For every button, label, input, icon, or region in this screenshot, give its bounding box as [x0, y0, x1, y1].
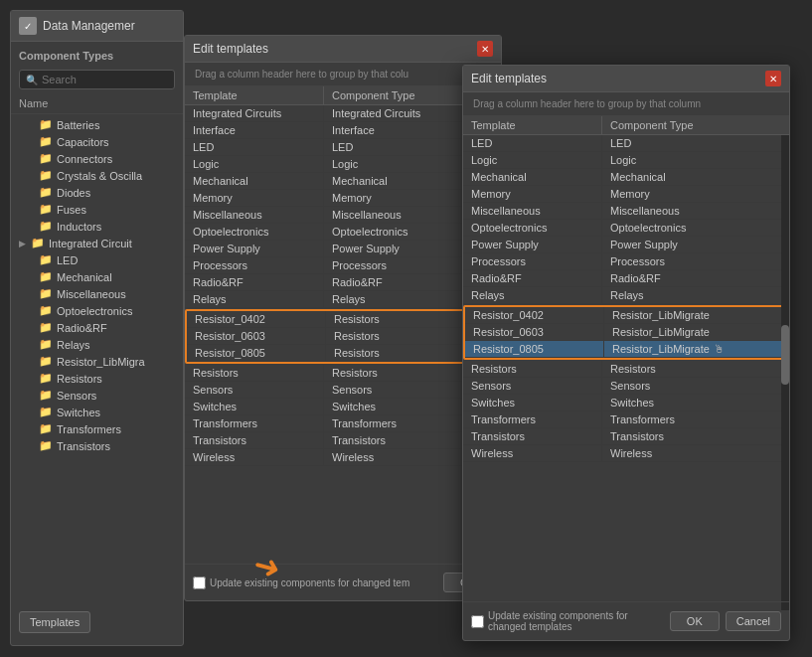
table-row[interactable]: WirelessWireless	[463, 445, 789, 462]
table-row-resistor0402[interactable]: Resistor_0402Resistors	[187, 311, 499, 328]
dialog2-cancel-button[interactable]: Cancel	[726, 611, 781, 631]
table-row[interactable]: MemoryMemory	[185, 190, 501, 207]
table-row-resistor0603[interactable]: Resistor_0603Resistors	[187, 328, 499, 345]
cell-comptype: Power Supply	[602, 237, 789, 252]
table-row[interactable]: Integrated CircuitsIntegrated Circuits	[185, 105, 501, 122]
table-row[interactable]: RelaysRelays	[463, 287, 789, 304]
tree-item-batteries[interactable]: 📁 Batteries	[11, 116, 183, 133]
dialog2-close-button[interactable]: ✕	[765, 71, 781, 86]
tree-item-ic[interactable]: ▶ 📁 Integrated Circuit	[11, 235, 183, 251]
tree-item-transformers[interactable]: 📁 Transformers	[11, 420, 183, 437]
tree-item-fuses[interactable]: 📁 Fuses	[11, 201, 183, 218]
cell-template: Memory	[185, 190, 324, 206]
cell-template: Radio&RF	[185, 274, 324, 290]
folder-icon: 📁	[39, 253, 53, 266]
cell-comptype: Wireless	[602, 445, 789, 461]
table-row[interactable]: MemoryMemory	[463, 186, 789, 203]
dialog1-checkbox[interactable]	[193, 576, 206, 589]
table-row[interactable]: SwitchesSwitches	[463, 395, 789, 411]
dialog2-col-comptype[interactable]: Component Type	[602, 116, 781, 134]
cell-comptype: Mechanical	[602, 169, 789, 185]
table-row-resistor0805[interactable]: Resistor_0805Resistor_LibMigrate 🖱	[465, 341, 787, 358]
dialog1-table-header: Template Component Type	[185, 86, 501, 105]
table-row[interactable]: TransistorsTransistors	[463, 428, 789, 445]
table-row[interactable]: RelaysRelays	[185, 291, 501, 308]
table-row[interactable]: MechanicalMechanical	[463, 169, 789, 186]
table-row[interactable]: MechanicalMechanical	[185, 173, 501, 190]
dialog2-ok-button[interactable]: OK	[670, 611, 720, 631]
dialog1-footer: Update existing components for changed t…	[185, 564, 501, 600]
tree-item-transistors[interactable]: 📁 Transistors	[11, 437, 183, 454]
table-row-resistor0603[interactable]: Resistor_0603Resistor_LibMigrate	[465, 324, 787, 341]
tree-item-mechanical[interactable]: 📁 Mechanical	[11, 268, 183, 285]
tree-item-capacitors[interactable]: 📁 Capacitors	[11, 133, 183, 150]
tree-item-led[interactable]: 📁 LED	[11, 251, 183, 268]
tree-item-label: Switches	[57, 407, 100, 418]
dialog1-col-template[interactable]: Template	[185, 86, 324, 104]
cell-template: Resistor_0603	[465, 324, 604, 340]
dialog1-checkbox-label[interactable]: Update existing components for changed t…	[193, 576, 409, 589]
tree-item-switches[interactable]: 📁 Switches	[11, 404, 183, 420]
table-row[interactable]: LogicLogic	[185, 156, 501, 173]
table-row[interactable]: OptoelectronicsOptoelectronics	[185, 224, 501, 241]
tree-item-radiorf[interactable]: 📁 Radio&RF	[11, 319, 183, 336]
tree-item-relays[interactable]: 📁 Relays	[11, 336, 183, 353]
dialog2-checkbox-label[interactable]: Update existing components for changed t…	[471, 610, 662, 632]
table-row[interactable]: Radio&RFRadio&RF	[185, 274, 501, 291]
dialog2-table-header: Template Component Type	[463, 116, 789, 135]
table-row[interactable]: OptoelectronicsOptoelectronics	[463, 220, 789, 237]
tree-item-miscellaneous[interactable]: 📁 Miscellaneous	[11, 285, 183, 302]
templates-button[interactable]: Templates	[19, 611, 90, 633]
tree-item-diodes[interactable]: 📁 Diodes	[11, 184, 183, 201]
folder-icon: 📁	[39, 287, 53, 300]
table-row-resistor0402[interactable]: Resistor_0402Resistor_LibMigrate	[465, 307, 787, 324]
scrollbar-track[interactable]	[781, 135, 789, 610]
table-row[interactable]: MiscellaneousMiscellaneous	[463, 203, 789, 220]
tree-item-resistors[interactable]: 📁 Resistors	[11, 370, 183, 387]
cell-comptype: Switches	[602, 395, 789, 411]
tree-item-label: Inductors	[57, 221, 101, 233]
dialog2-col-template[interactable]: Template	[463, 116, 602, 134]
table-row[interactable]: TransformersTransformers	[463, 411, 789, 428]
dialog2-checkbox[interactable]	[471, 615, 484, 628]
table-row[interactable]: ResistorsResistors	[463, 361, 789, 378]
search-input[interactable]	[42, 74, 168, 85]
table-row[interactable]: SensorsSensors	[463, 378, 789, 395]
table-row[interactable]: TransistorsTransistors	[185, 432, 501, 449]
cell-template: Integrated Circuits	[185, 105, 324, 121]
table-row[interactable]: LogicLogic	[463, 152, 789, 169]
table-row[interactable]: SwitchesSwitches	[185, 399, 501, 415]
table-row[interactable]: ProcessorsProcessors	[463, 253, 789, 270]
table-row[interactable]: LEDLED	[463, 135, 789, 152]
tree-item-connectors[interactable]: 📁 Connectors	[11, 150, 183, 167]
cell-comptype: Miscellaneous	[602, 203, 789, 219]
table-row-resistor0805[interactable]: Resistor_0805Resistors	[187, 345, 499, 362]
table-row[interactable]: LEDLED	[185, 139, 501, 156]
search-box[interactable]: 🔍	[19, 70, 175, 89]
table-row[interactable]: InterfaceInterface	[185, 122, 501, 139]
table-row[interactable]: Radio&RFRadio&RF	[463, 270, 789, 287]
table-row[interactable]: SensorsSensors	[185, 382, 501, 399]
cell-template: Power Supply	[463, 237, 602, 252]
cell-comptype: Sensors	[602, 378, 789, 394]
tree-item-optoelectronics[interactable]: 📁 Optoelectronics	[11, 302, 183, 319]
table-row[interactable]: Power SupplyPower Supply	[463, 237, 789, 253]
scrollbar-thumb[interactable]	[781, 325, 789, 385]
table-row[interactable]: MiscellaneousMiscellaneous	[185, 207, 501, 224]
dialog1-close-button[interactable]: ✕	[477, 41, 493, 57]
tree-item-inductors[interactable]: 📁 Inductors	[11, 218, 183, 235]
tree-item-resistor-libmigra[interactable]: 📁 Resistor_LibMigra	[11, 353, 183, 370]
table-row[interactable]: Power SupplyPower Supply	[185, 241, 501, 257]
dialog2-footer: Update existing components for changed t…	[463, 601, 789, 640]
tree-item-crystals[interactable]: 📁 Crystals & Oscilla	[11, 167, 183, 184]
table-row[interactable]: TransformersTransformers	[185, 415, 501, 432]
tree-item-label: Miscellaneous	[57, 288, 126, 300]
folder-icon: 📁	[39, 186, 53, 199]
folder-icon: 📁	[39, 338, 53, 351]
table-row[interactable]: ProcessorsProcessors	[185, 257, 501, 274]
cell-template: Transformers	[463, 411, 602, 427]
folder-icon: 📁	[39, 304, 53, 317]
table-row[interactable]: WirelessWireless	[185, 449, 501, 466]
table-row[interactable]: ResistorsResistors	[185, 365, 501, 382]
tree-item-sensors[interactable]: 📁 Sensors	[11, 387, 183, 404]
